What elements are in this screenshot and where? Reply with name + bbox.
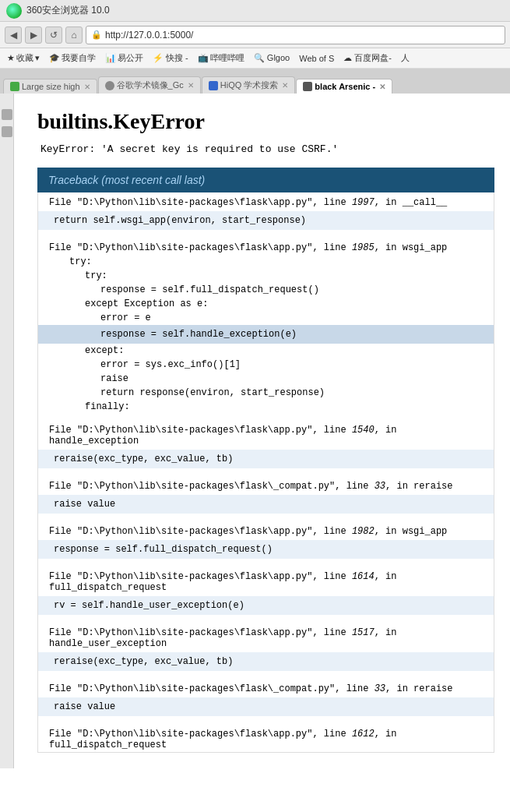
yigongkai-label: 易公开 [118, 52, 143, 64]
frame-1-code: return self.wsgi_app(environ, start_resp… [38, 211, 494, 230]
frame-5-code: response = self.full_dispatch_request() [38, 540, 494, 559]
frame-2-file: File "D:\Python\lib\site-packages\flask\… [38, 238, 494, 255]
yigongkai-icon: 📊 [105, 53, 116, 63]
bookmark-yigongkai[interactable]: 📊 易公开 [101, 51, 147, 65]
frame-2-finally: finally: [38, 400, 494, 414]
frame-2-try2: try: [38, 269, 494, 283]
frame-7-file: File "D:\Python\lib\site-packages\flask\… [38, 623, 494, 651]
bilibili-icon: 📺 [198, 53, 209, 63]
sidebar-nav [0, 94, 14, 768]
sidebar-nav-btn-2[interactable] [2, 126, 12, 137]
sidebar-nav-btn-1[interactable] [2, 109, 12, 120]
frame-8-code: raise value [38, 697, 494, 716]
frame-2-return: return response(environ, start_response) [38, 386, 494, 400]
frame-4-code: raise value [38, 495, 494, 514]
secure-icon: 🔒 [91, 30, 102, 40]
webofs-label: Web of S [299, 54, 334, 63]
frame-4-file: File "D:\Python\lib\site-packages\flask\… [38, 476, 494, 493]
tab-close-1[interactable]: ✕ [84, 83, 90, 91]
frame-7-code: reraise(exc_type, exc_value, tb) [38, 652, 494, 671]
frame-2-try1: try: [38, 255, 494, 269]
frame-3-file: File "D:\Python\lib\site-packages\flask\… [38, 420, 494, 448]
tab-close-3[interactable]: ✕ [282, 81, 288, 90]
favorites-label: 收藏 [16, 52, 33, 64]
frame-2-raise: raise [38, 372, 494, 386]
tab-label-3: HiQQ 学术搜索 [220, 79, 279, 91]
traceback-subtitle: (most recent call last) [101, 174, 205, 186]
tab-black-arsenic[interactable]: black Arsenic - ✕ [296, 79, 392, 94]
tab-large-size[interactable]: Large size high ✕ [3, 79, 97, 94]
error-title: builtins.KeyError [37, 109, 494, 134]
browser-titlebar: 360安全浏览器 10.0 [0, 0, 510, 22]
tab-favicon-2 [105, 81, 114, 90]
bookmarks-bar: ★ 收藏 ▾ 🎓 我要自学 📊 易公开 ⚡ 快搜 - 📺 哔哩哔哩 🔍 Glgo… [0, 48, 510, 69]
frame-6-code: rv = self.handle_user_exception(e) [38, 596, 494, 615]
woyaozixue-icon: 🎓 [49, 53, 60, 63]
bookmark-woyaozixue[interactable]: 🎓 我要自学 [45, 51, 100, 65]
tab-favicon-1 [10, 82, 19, 91]
frame-2-handle: response = self.handle_exception(e) [38, 325, 494, 344]
browser-logo [6, 3, 22, 19]
bookmark-webofs[interactable]: Web of S [295, 53, 338, 64]
bookmark-bilibili[interactable]: 📺 哔哩哔哩 [194, 51, 248, 65]
back-button[interactable]: ◀ [5, 26, 22, 44]
frame-6-file: File "D:\Python\lib\site-packages\flask\… [38, 567, 494, 595]
home-button[interactable]: ⌂ [65, 26, 83, 44]
frame-5-file: File "D:\Python\lib\site-packages\flask\… [38, 521, 494, 538]
frame-8-file: File "D:\Python\lib\site-packages\flask\… [38, 679, 494, 696]
ren-label: 人 [401, 52, 410, 64]
frame-2-response1: response = self.full_dispatch_request() [38, 283, 494, 297]
traceback-header: Traceback (most recent call last) [37, 168, 494, 192]
tab-close-2[interactable]: ✕ [188, 81, 194, 90]
frame-2-except2: except: [38, 344, 494, 358]
tab-favicon-4 [303, 82, 312, 91]
forward-button[interactable]: ▶ [25, 26, 42, 44]
tab-hiqq[interactable]: HiQQ 学术搜索 ✕ [202, 76, 296, 94]
browser-title: 360安全浏览器 10.0 [26, 4, 110, 17]
tab-google-scholar[interactable]: 谷歌学术镜像_Gc ✕ [98, 76, 201, 94]
frame-9-file: File "D:\Python\lib\site-packages\flask\… [38, 724, 494, 752]
bookmark-favorites[interactable]: ★ 收藏 ▾ [3, 51, 44, 65]
kuaisou-label: ⚡ 快搜 - [153, 52, 188, 64]
traceback-section: Traceback (most recent call last) File "… [37, 168, 494, 753]
address-bar[interactable]: 🔒 http://127.0.0.1:5000/ [86, 26, 505, 44]
refresh-button[interactable]: ↺ [45, 26, 62, 44]
error-subtitle: KeyError: 'A secret key is required to u… [37, 143, 494, 155]
woyaozixue-label: 我要自学 [62, 52, 96, 64]
traceback-body: File "D:\Python\lib\site-packages\flask\… [37, 192, 494, 753]
favorites-arrow: ▾ [35, 53, 40, 63]
frame-3-code: reraise(exc_type, exc_value, tb) [38, 450, 494, 468]
traceback-title: Traceback [48, 174, 98, 186]
tab-label-4: black Arsenic - [315, 82, 375, 91]
tab-favicon-3 [209, 81, 218, 90]
frame-2-except1: except Exception as e: [38, 297, 494, 311]
bookmark-baidupan[interactable]: ☁ 百度网盘- [339, 51, 396, 65]
bookmark-glgoo[interactable]: 🔍 Glgoo [250, 52, 294, 64]
tab-close-4[interactable]: ✕ [379, 83, 385, 91]
favorites-icon: ★ [7, 53, 15, 63]
bookmark-kuaisou[interactable]: ⚡ 快搜 - [149, 51, 192, 65]
address-text: http://127.0.0.1:5000/ [105, 30, 193, 41]
bilibili-label: 哔哩哔哩 [210, 52, 244, 64]
tab-label-1: Large size high [22, 82, 80, 91]
frame-1-file: File "D:\Python\lib\site-packages\flask\… [38, 192, 494, 210]
glgoo-label: 🔍 Glgoo [254, 53, 290, 63]
frame-2-error: error = e [38, 311, 494, 325]
tab-label-2: 谷歌学术镜像_Gc [117, 79, 184, 91]
browser-toolbar: ◀ ▶ ↺ ⌂ 🔒 http://127.0.0.1:5000/ [0, 22, 510, 48]
baidupan-label: ☁ 百度网盘- [343, 52, 392, 64]
tabs-bar: Large size high ✕ 谷歌学术镜像_Gc ✕ HiQQ 学术搜索 … [0, 69, 510, 94]
bookmark-ren[interactable]: 人 [397, 51, 413, 65]
frame-2-exc-info: error = sys.exc_info()[1] [38, 358, 494, 372]
page-content: builtins.KeyError KeyError: 'A secret ke… [14, 94, 510, 768]
